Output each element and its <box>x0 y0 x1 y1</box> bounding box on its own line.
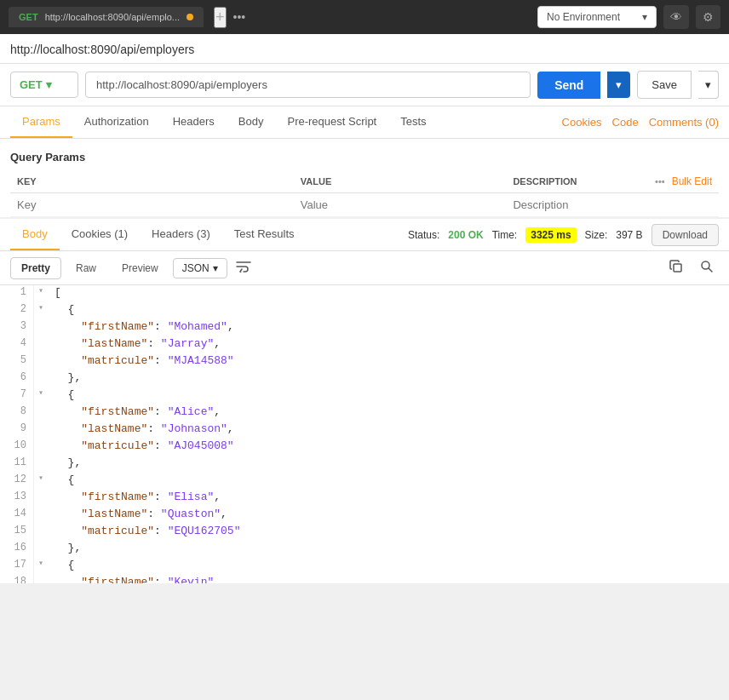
tab-unsaved-dot <box>187 14 193 20</box>
url-input[interactable] <box>85 72 531 98</box>
line-number: 9 <box>0 422 34 439</box>
search-icon-btn[interactable] <box>695 256 719 279</box>
save-dropdown[interactable]: ▾ <box>698 71 719 99</box>
line-content: { <box>48 387 729 405</box>
line-toggle <box>34 507 48 524</box>
table-row <box>10 193 719 217</box>
code-link[interactable]: Code <box>612 116 639 129</box>
env-dropdown[interactable]: No Environment ▾ <box>537 6 657 28</box>
table-row: 3 "firstName": "Mohamed", <box>0 319 729 336</box>
json-tools-right <box>664 256 719 279</box>
desc-input[interactable] <box>513 198 640 211</box>
col-actions: ••• Bulk Edit <box>648 170 719 193</box>
url-display-section: http://localhost:8090/api/employers <box>0 34 729 64</box>
send-button[interactable]: Send <box>537 72 600 99</box>
line-toggle <box>34 422 48 439</box>
line-number: 18 <box>0 575 34 583</box>
key-input[interactable] <box>17 198 287 211</box>
table-row: 8 "firstName": "Alice", <box>0 405 729 422</box>
tab-headers[interactable]: Headers <box>161 106 227 138</box>
settings-icon-btn[interactable]: ⚙ <box>696 5 720 29</box>
line-content: "matricule": "AJ045008" <box>48 439 729 456</box>
line-number: 13 <box>0 490 34 507</box>
tab-authorization[interactable]: Authorization <box>72 106 161 138</box>
line-content: "firstName": "Kevin", <box>48 575 729 583</box>
tab-body[interactable]: Body <box>227 106 276 138</box>
table-row: 11 }, <box>0 456 729 473</box>
tab-params[interactable]: Params <box>10 106 72 138</box>
line-toggle <box>34 575 48 583</box>
value-input[interactable] <box>301 198 500 211</box>
json-type-select[interactable]: JSON ▾ <box>173 258 227 278</box>
line-content: "lastName": "Johnason", <box>48 422 729 439</box>
line-toggle[interactable]: ▾ <box>34 285 48 302</box>
tab-method: GET <box>19 12 38 22</box>
comments-link[interactable]: Comments (0) <box>649 116 719 129</box>
table-row: 14 "lastName": "Quaston", <box>0 507 729 524</box>
line-toggle[interactable]: ▾ <box>34 558 48 575</box>
json-type-label: JSON <box>182 262 210 274</box>
bulk-edit-button[interactable]: Bulk Edit <box>672 175 712 187</box>
line-toggle <box>34 405 48 422</box>
response-tab-headers[interactable]: Headers (3) <box>140 219 222 250</box>
cookies-link[interactable]: Cookies <box>562 116 602 129</box>
line-number: 7 <box>0 387 34 405</box>
query-params-section: Query Params KEY VALUE DESCRIPTION ••• B… <box>0 139 729 217</box>
table-row: 17▾ { <box>0 558 729 575</box>
line-content: }, <box>48 456 729 473</box>
request-tabs-nav: Params Authorization Headers Body Pre-re… <box>0 106 729 139</box>
tab-pre-request-script[interactable]: Pre-request Script <box>275 106 388 138</box>
size-value: 397 B <box>616 229 642 241</box>
preview-format-btn[interactable]: Preview <box>111 257 169 279</box>
request-bar: GET ▾ Send ▾ Save ▾ <box>0 64 729 106</box>
line-toggle[interactable]: ▾ <box>34 302 48 319</box>
col-value: VALUE <box>294 170 507 193</box>
line-number: 11 <box>0 456 34 473</box>
tab-tests[interactable]: Tests <box>388 106 438 138</box>
line-content: [ <box>48 285 729 302</box>
save-button[interactable]: Save <box>637 71 692 99</box>
response-tabs: Body Cookies (1) Headers (3) Test Result… <box>0 219 729 251</box>
table-row: 4 "lastName": "Jarray", <box>0 336 729 353</box>
json-type-chevron: ▾ <box>213 262 218 274</box>
send-dropdown[interactable]: ▾ <box>607 72 630 98</box>
response-tab-cookies[interactable]: Cookies (1) <box>60 219 140 250</box>
line-number: 12 <box>0 473 34 490</box>
line-toggle <box>34 524 48 541</box>
wrap-icon-btn[interactable] <box>231 257 256 278</box>
response-meta: Status: 200 OK Time: 3325 ms Size: 397 B… <box>408 224 719 246</box>
download-button[interactable]: Download <box>652 224 719 246</box>
table-row: 15 "matricule": "EQU162705" <box>0 524 729 541</box>
line-number: 3 <box>0 319 34 336</box>
raw-format-btn[interactable]: Raw <box>65 257 107 279</box>
table-row: 9 "lastName": "Johnason", <box>0 422 729 439</box>
add-tab-button[interactable]: + <box>214 7 227 28</box>
response-tab-test-results[interactable]: Test Results <box>222 219 307 250</box>
line-toggle[interactable]: ▾ <box>34 387 48 405</box>
line-content: "firstName": "Mohamed", <box>48 319 729 336</box>
json-toolbar: Pretty Raw Preview JSON ▾ <box>0 251 729 285</box>
time-label: Time: <box>492 229 518 241</box>
svg-rect-0 <box>674 264 681 272</box>
eye-icon-btn[interactable]: 👁 <box>663 5 689 29</box>
col-description: DESCRIPTION <box>506 170 647 193</box>
active-tab[interactable]: GET http://localhost:8090/api/emplo... <box>9 7 204 27</box>
table-row: 1▾[ <box>0 285 729 302</box>
pretty-format-btn[interactable]: Pretty <box>10 257 61 279</box>
line-number: 14 <box>0 507 34 524</box>
table-row: 13 "firstName": "Elisa", <box>0 490 729 507</box>
method-select[interactable]: GET ▾ <box>10 72 78 98</box>
response-tab-body[interactable]: Body <box>10 219 60 250</box>
time-value: 3325 ms <box>525 227 576 243</box>
tab-right-items: Cookies Code Comments (0) <box>562 116 719 129</box>
more-options-icon[interactable]: ••• <box>655 176 665 186</box>
status-label: Status: <box>408 229 439 241</box>
line-toggle[interactable]: ▾ <box>34 473 48 490</box>
line-number: 2 <box>0 302 34 319</box>
line-number: 5 <box>0 353 34 370</box>
table-row: 10 "matricule": "AJ045008" <box>0 439 729 456</box>
line-number: 6 <box>0 370 34 387</box>
line-number: 1 <box>0 285 34 302</box>
copy-icon-btn[interactable] <box>664 256 688 279</box>
more-tabs-button[interactable]: ••• <box>233 10 246 24</box>
